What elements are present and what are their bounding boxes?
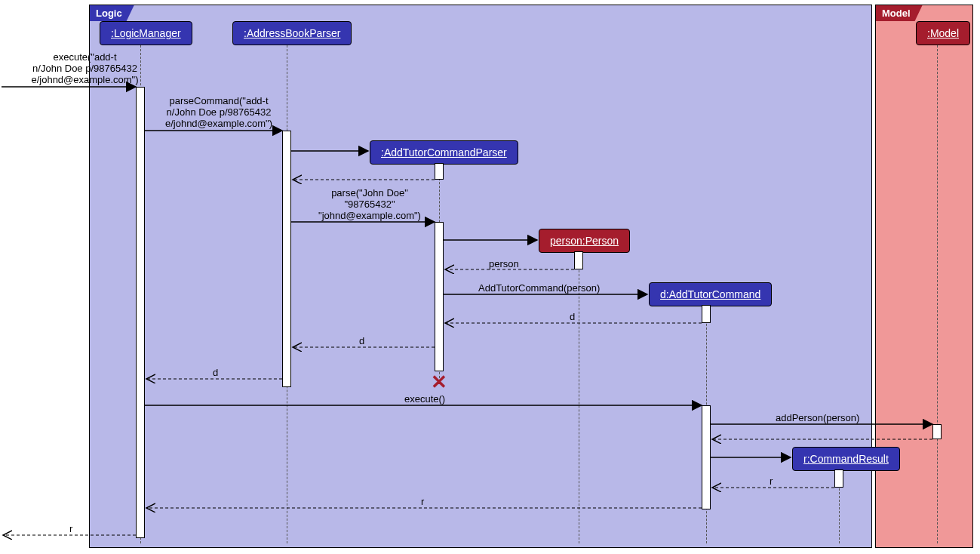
lifeline-person xyxy=(579,251,579,543)
frame-model-label: Model xyxy=(876,5,923,21)
activation-model xyxy=(932,424,942,439)
activation-addtutorcmdparser-2 xyxy=(435,222,444,371)
participant-addtutorcmdparser: :AddTutorCommandParser xyxy=(370,140,518,165)
activation-addressbookparser xyxy=(282,131,291,387)
lifeline-model xyxy=(937,42,938,543)
participant-commandresult: r:CommandResult xyxy=(792,447,900,471)
frame-logic-label: Logic xyxy=(90,5,134,21)
activation-logicmanager xyxy=(136,87,145,538)
msg-execute-empty: execute() xyxy=(404,393,445,405)
msg-parsecommand: parseCommand("add-t n/John Doe p/9876543… xyxy=(155,95,283,129)
activation-commandresult xyxy=(834,469,843,488)
activation-addtutorcmdparser-1 xyxy=(435,163,444,180)
msg-d3: d xyxy=(213,367,218,378)
msg-d2: d xyxy=(359,335,364,346)
participant-person: person:Person xyxy=(539,229,630,253)
participant-logicmanager: :LogicManager xyxy=(100,21,192,45)
activation-person xyxy=(574,251,583,269)
activation-addtutorcommand-1 xyxy=(702,305,711,323)
activation-addtutorcommand-2 xyxy=(702,405,711,509)
participant-model: :Model xyxy=(916,21,970,45)
participant-addressbookparser: :AddressBookParser xyxy=(232,21,352,45)
msg-execute: execute("add-t n/John Doe p/98765432 e/j… xyxy=(26,51,143,85)
msg-r3: r xyxy=(69,523,72,534)
msg-d1: d xyxy=(570,311,575,322)
msg-r2: r xyxy=(421,496,424,507)
msg-person-return: person xyxy=(489,258,519,269)
frame-logic: Logic xyxy=(89,5,872,548)
msg-r1: r xyxy=(770,476,773,487)
destroy-addtutorcmdparser: ✕ xyxy=(431,371,447,394)
msg-addtutorcmd: AddTutorCommand(person) xyxy=(478,282,600,294)
msg-addperson: addPerson(person) xyxy=(776,412,859,423)
participant-addtutorcommand: d:AddTutorCommand xyxy=(649,282,772,306)
msg-parse: parse("John Doe" "98765432" "johnd@examp… xyxy=(302,187,438,221)
